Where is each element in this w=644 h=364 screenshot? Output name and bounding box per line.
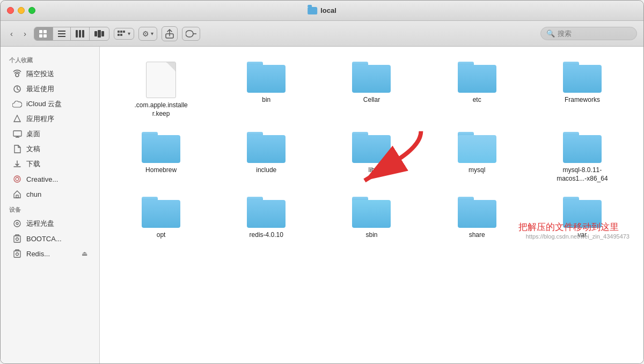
content-wrapper: .com.apple.installer.keep bin Cellar — [108, 57, 635, 244]
svg-point-20 — [16, 73, 19, 77]
sidebar-item-chun[interactable]: chun — [4, 187, 96, 202]
sidebar-item-label: 隔空投送 — [26, 69, 54, 79]
sidebar-item-docs[interactable]: 文稿 — [4, 142, 96, 157]
svg-rect-0 — [39, 30, 42, 33]
folder-icon — [458, 132, 496, 163]
action-button[interactable]: ⚙ ▾ — [138, 27, 157, 41]
eject-icon[interactable]: ⏏ — [82, 250, 87, 257]
sidebar-section-devices: 设备 — [1, 202, 99, 216]
svg-rect-1 — [43, 30, 47, 33]
folder-icon — [563, 132, 602, 163]
folder-icon — [458, 197, 496, 228]
sidebar-item-downloads[interactable]: 下载 — [4, 157, 96, 172]
sidebar-item-label: Creative... — [26, 175, 58, 183]
svg-point-24 — [16, 177, 19, 181]
svg-rect-3 — [43, 34, 47, 38]
sidebar-item-desktop[interactable]: 桌面 — [4, 127, 96, 142]
svg-rect-2 — [39, 34, 42, 38]
file-label: bin — [262, 96, 270, 105]
svg-rect-12 — [101, 31, 104, 36]
svg-rect-10 — [94, 31, 97, 36]
file-item-homebrew[interactable]: Homebrew — [108, 128, 214, 187]
svg-rect-14 — [120, 31, 122, 33]
creative-icon — [12, 174, 22, 184]
folder-icon — [352, 62, 391, 93]
sidebar-item-icloud[interactable]: iCloud 云盘 — [4, 96, 96, 112]
arrange-button[interactable]: ▾ — [114, 28, 134, 40]
svg-rect-11 — [98, 30, 101, 38]
file-item-sbin[interactable]: sbin — [319, 192, 424, 244]
file-item-share[interactable]: share — [425, 192, 530, 244]
forward-button[interactable]: › — [20, 27, 30, 40]
close-button[interactable] — [7, 7, 14, 14]
watermark: https://blog.csdn.net/wei_zin_43495473 — [526, 233, 630, 240]
recent-icon — [12, 84, 22, 94]
minimize-button[interactable] — [18, 7, 25, 14]
sidebar-item-label: 桌面 — [26, 129, 40, 139]
file-item-lib[interactable]: lib — [319, 128, 424, 187]
sidebar-item-redis[interactable]: Redis... ⏏ — [4, 246, 96, 261]
main-area: 个人收藏 隔空投送 最近使用 iCloud 云盘 应用程序 — [1, 47, 643, 363]
share-button[interactable] — [162, 26, 178, 41]
sidebar-section-personal: 个人收藏 — [1, 52, 99, 66]
file-item-redis-4010[interactable]: redis-4.0.10 — [214, 192, 319, 244]
file-item-mysql-version[interactable]: mysql-8.0.11-macos1...-x86_64 — [530, 128, 635, 187]
annotation-text: 把解压的文件移动到这里 — [518, 221, 619, 233]
sidebar-item-label: Redis... — [26, 250, 50, 258]
icon-view-button[interactable] — [34, 27, 53, 40]
file-label: etc — [473, 96, 481, 105]
sidebar-item-label: 最近使用 — [26, 84, 54, 94]
list-view-button[interactable] — [53, 27, 71, 40]
file-item-installer-keep[interactable]: .com.apple.installer.keep — [108, 57, 214, 122]
back-button[interactable]: ‹ — [7, 27, 16, 40]
sidebar-item-creative[interactable]: Creative... — [4, 172, 96, 187]
search-input[interactable] — [558, 29, 627, 38]
sidebar-item-label: BOOTCA... — [26, 235, 62, 243]
file-label: mysql — [469, 166, 485, 175]
svg-rect-13 — [118, 31, 120, 33]
sidebar-item-bootca[interactable]: BOOTCA... — [4, 231, 96, 246]
svg-point-27 — [16, 222, 18, 225]
svg-rect-4 — [58, 31, 65, 32]
window-title-area: local — [308, 6, 336, 14]
sidebar-item-dvd[interactable]: 远程光盘 — [4, 216, 96, 231]
apps-icon — [12, 114, 22, 124]
file-item-mysql[interactable]: mysql — [425, 128, 530, 187]
svg-point-26 — [14, 220, 20, 227]
file-item-bin[interactable]: bin — [214, 57, 319, 122]
svg-rect-30 — [14, 251, 20, 257]
sidebar-item-recent[interactable]: 最近使用 — [4, 81, 96, 96]
file-item-frameworks[interactable]: Frameworks — [530, 57, 635, 122]
svg-rect-25 — [16, 195, 18, 198]
column-view-button[interactable] — [71, 27, 90, 40]
cover-view-button[interactable] — [90, 27, 109, 40]
sidebar-item-apps[interactable]: 应用程序 — [4, 112, 96, 127]
tags-button[interactable] — [182, 27, 200, 41]
maximize-button[interactable] — [28, 7, 35, 14]
sidebar-item-label: iCloud 云盘 — [26, 99, 62, 109]
svg-rect-6 — [58, 36, 65, 37]
content-area: .com.apple.installer.keep bin Cellar — [100, 47, 643, 363]
search-box[interactable]: 🔍 — [540, 27, 637, 40]
dvd-icon — [12, 219, 22, 228]
svg-point-29 — [16, 238, 19, 241]
window-title: local — [320, 6, 336, 14]
file-item-cellar[interactable]: Cellar — [319, 57, 424, 122]
file-label: include — [256, 166, 276, 175]
redis-icon — [12, 249, 22, 258]
file-item-opt[interactable]: opt — [108, 192, 214, 244]
folder-icon — [247, 197, 286, 228]
file-label: sbin — [365, 231, 377, 240]
file-label: lib — [368, 166, 375, 175]
folder-icon — [247, 132, 286, 163]
sidebar-item-label: 下载 — [26, 159, 40, 169]
file-grid: .com.apple.installer.keep bin Cellar — [108, 57, 635, 244]
file-label: redis-4.0.10 — [250, 231, 283, 240]
file-item-include[interactable]: include — [214, 128, 319, 187]
folder-icon — [142, 197, 180, 228]
folder-icon — [458, 62, 496, 93]
downloads-icon — [12, 159, 22, 169]
sidebar-item-airdrop[interactable]: 隔空投送 — [4, 66, 96, 81]
file-item-etc[interactable]: etc — [425, 57, 530, 122]
view-mode-group — [34, 27, 109, 41]
